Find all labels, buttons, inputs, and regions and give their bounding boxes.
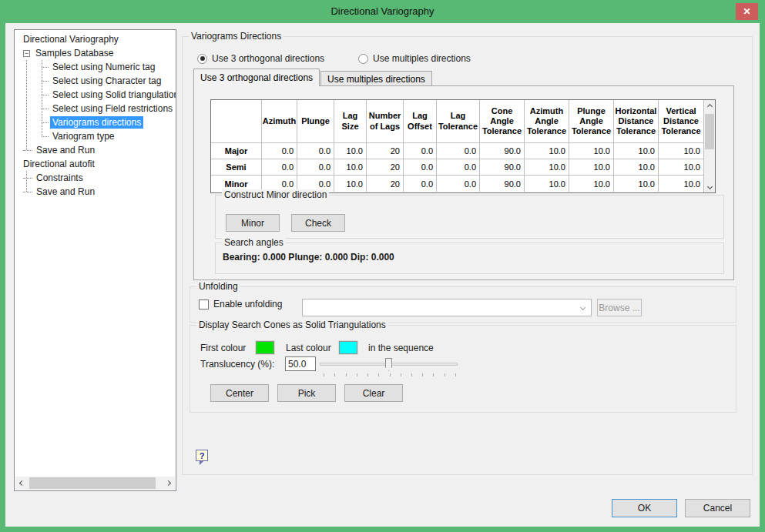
table-cell[interactable]: 0.0 [262,159,297,176]
tree-item-label: Select using Solid triangulation [50,89,176,101]
table-cell[interactable]: 90.0 [480,176,525,192]
table-cell[interactable]: 0.0 [297,143,334,159]
help-button[interactable]: ? [196,450,209,465]
table-cell[interactable]: 0.0 [404,159,437,176]
table-cell[interactable]: 10.0 [569,143,614,159]
tab-use-multiples[interactable]: Use multiples directions [320,71,432,86]
column-header: Plunge [297,100,334,143]
pick-button[interactable]: Pick [277,384,336,402]
table-cell[interactable]: 90.0 [480,159,525,176]
enable-unfolding-checkbox[interactable]: Enable unfolding [199,299,282,309]
tree-item-directional-autofit[interactable]: Directional autofit [15,157,176,171]
table-cell[interactable]: 10.0 [659,143,703,159]
collapse-minus-icon[interactable]: − [23,50,30,57]
last-colour-swatch[interactable] [339,341,357,354]
check-button[interactable]: Check [291,214,345,232]
minor-button[interactable]: Minor [226,214,280,232]
table-cell[interactable]: 20 [367,143,404,159]
table-cell[interactable]: 10.0 [334,176,367,192]
table-cell[interactable]: 0.0 [437,159,480,176]
column-header [211,100,262,143]
tree-item-samples-database[interactable]: −Samples Database [15,46,176,60]
scroll-up-button[interactable] [704,100,715,112]
tree-item-variograms-directions[interactable]: Variograms directions [15,115,176,129]
table-cell[interactable]: 10.0 [334,143,367,159]
help-bubble-tail [200,461,203,465]
table-cell[interactable]: 10.0 [614,143,659,159]
tree-item-constraints[interactable]: Constraints [15,171,176,185]
table-cell[interactable]: 10.0 [569,159,614,176]
tree-item-directional-variography[interactable]: Directional Variography [15,32,176,46]
scrollbar-thumb[interactable] [705,114,714,149]
table-cell[interactable]: 10.0 [525,159,569,176]
scroll-left-button[interactable] [15,477,29,490]
column-header: Cone Angle Tolerance [480,100,525,143]
tree-item-save-and-run[interactable]: Save and Run [15,185,176,199]
first-colour-swatch[interactable] [256,341,274,354]
column-header: Plunge Angle Tolerance [569,100,614,143]
table-header-row: AzimuthPlungeLag SizeNumber of LagsLag O… [211,100,703,143]
table-cell[interactable]: 10.0 [614,176,659,192]
radio-use-multiples[interactable]: Use multiples directions [358,53,471,64]
sequence-label: in the sequence [368,343,434,353]
chevron-down-icon [580,305,585,310]
tree-item-select-using-solid-triangulation[interactable]: Select using Solid triangulation [15,88,176,102]
table-cell[interactable]: 90.0 [480,143,525,159]
tree-item-label: Select using Numeric tag [50,61,157,73]
direction-mode-radios: Use 3 orthogonal directions Use multiple… [197,53,471,64]
search-angles-value: Bearing: 0.000 Plunge: 0.000 Dip: 0.000 [223,252,394,263]
cancel-button[interactable]: Cancel [685,499,750,517]
scroll-right-button[interactable] [162,477,175,490]
table-cell[interactable]: 0.0 [437,176,480,192]
table-cell[interactable]: 0.0 [404,143,437,159]
tree-item-label: Samples Database [33,47,116,59]
table-cell[interactable]: 10.0 [525,176,569,192]
tab-use-3-orthogonal[interactable]: Use 3 orthogonal directions [193,69,320,86]
table-cell[interactable]: 10.0 [659,159,703,176]
directions-table: AzimuthPlungeLag SizeNumber of LagsLag O… [210,99,716,193]
scrollbar-thumb[interactable] [29,477,156,489]
translucency-input[interactable] [285,356,316,371]
tree-branch-line [42,95,49,95]
table-cell[interactable]: 10.0 [525,143,569,159]
navigation-tree: Directional Variography−Samples Database… [14,29,176,491]
tree-item-select-using-character-tag[interactable]: Select using Character tag [15,74,176,88]
table-cell[interactable]: 0.0 [404,176,437,192]
table-cell[interactable]: 10.0 [614,159,659,176]
tree-horizontal-scrollbar[interactable] [15,477,175,490]
column-header: Lag Tolerance [437,100,480,143]
table-cell[interactable]: 20 [367,159,404,176]
tree-item-select-using-field-restrictions[interactable]: Select using Field restrictions [15,102,176,115]
table-cell[interactable]: 0.0 [297,159,334,176]
table-cell[interactable]: 10.0 [659,176,703,192]
table-row-semi: Semi0.00.010.0200.00.090.010.010.010.010… [211,159,703,176]
tree-item-label: Select using Character tag [50,75,163,87]
chevron-up-icon [706,103,712,109]
slider-thumb[interactable] [385,358,392,371]
radio-use-3-orthogonal[interactable]: Use 3 orthogonal directions [197,53,324,64]
group-title: Construct Minor direction [222,189,329,200]
construct-minor-group: Construct Minor direction Minor Check [215,195,724,239]
radio-circle-icon [358,54,368,64]
table-cell[interactable]: 0.0 [262,143,297,159]
tree-item-save-and-run[interactable]: Save and Run [15,143,176,157]
unfolding-combobox[interactable] [302,299,592,316]
chevron-right-icon [166,480,171,486]
translucency-slider[interactable] [320,356,458,372]
table-vertical-scrollbar[interactable] [703,100,715,192]
center-button[interactable]: Center [210,384,269,402]
browse-button[interactable]: Browse ... [597,299,642,316]
tree-connector-line [26,171,27,192]
close-button[interactable]: ✕ [736,3,758,20]
tree-item-select-using-numeric-tag[interactable]: Select using Numeric tag [15,60,176,74]
table-cell[interactable]: 10.0 [334,159,367,176]
ok-button[interactable]: OK [612,499,677,517]
titlebar[interactable]: Directional Variography ✕ [0,0,765,23]
scroll-down-button[interactable] [704,180,715,192]
clear-button[interactable]: Clear [344,384,403,402]
table-cell[interactable]: 20 [367,176,404,192]
table-cell[interactable]: 10.0 [569,176,614,192]
table-cell[interactable]: 0.0 [437,143,480,159]
tree-item-variogram-type[interactable]: Variogram type [15,129,176,143]
tree-connector-line [26,60,27,150]
